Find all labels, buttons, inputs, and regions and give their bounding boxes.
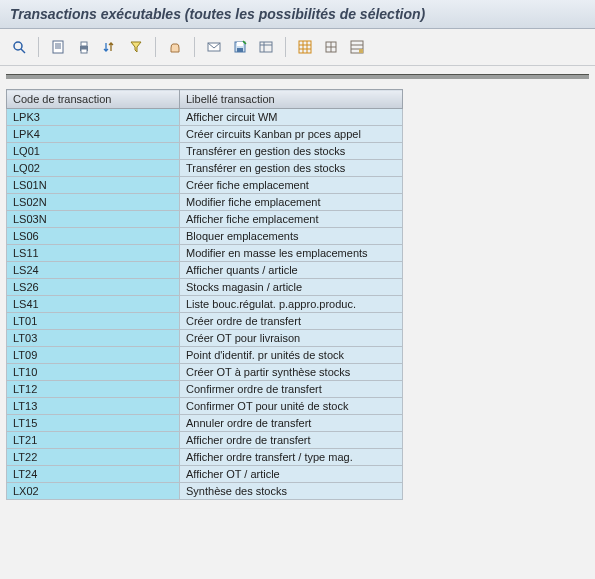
tx-code-cell[interactable]: LT21: [7, 432, 180, 449]
tx-code-cell[interactable]: LS26: [7, 279, 180, 296]
tx-code-cell[interactable]: LQ01: [7, 143, 180, 160]
tx-code-cell[interactable]: LT12: [7, 381, 180, 398]
toolbar-separator: [194, 37, 195, 57]
tx-label-cell[interactable]: Créer OT pour livraison: [180, 330, 403, 347]
tx-label-cell[interactable]: Confirmer OT pour unité de stock: [180, 398, 403, 415]
tx-label-cell[interactable]: Afficher quants / article: [180, 262, 403, 279]
tx-label-cell[interactable]: Afficher circuit WM: [180, 109, 403, 126]
tx-code-cell[interactable]: LS01N: [7, 177, 180, 194]
table-row[interactable]: LS41Liste bouc.régulat. p.appro.produc.: [7, 296, 403, 313]
tx-label-cell[interactable]: Transférer en gestion des stocks: [180, 160, 403, 177]
magnifier-icon: [12, 40, 26, 54]
tx-label-cell[interactable]: Transférer en gestion des stocks: [180, 143, 403, 160]
tx-label-cell[interactable]: Afficher fiche emplacement: [180, 211, 403, 228]
tx-code-cell[interactable]: LS02N: [7, 194, 180, 211]
sheet-icon: [51, 40, 65, 54]
tx-code-cell[interactable]: LS06: [7, 228, 180, 245]
grid-small-button[interactable]: [320, 36, 342, 58]
tx-code-cell[interactable]: LPK4: [7, 126, 180, 143]
table-row[interactable]: LX02Synthèse des stocks: [7, 483, 403, 500]
table-header-row: Code de transaction Libellé transaction: [7, 90, 403, 109]
tx-code-cell[interactable]: LT10: [7, 364, 180, 381]
page-title: Transactions exécutables (toutes les pos…: [10, 6, 585, 22]
tx-code-cell[interactable]: LT13: [7, 398, 180, 415]
divider: [6, 74, 589, 79]
tx-code-cell[interactable]: LQ02: [7, 160, 180, 177]
table-row[interactable]: LT21Afficher ordre de transfert: [7, 432, 403, 449]
tx-label-cell[interactable]: Créer ordre de transfert: [180, 313, 403, 330]
table-row[interactable]: LS06Bloquer emplacements: [7, 228, 403, 245]
tx-label-cell[interactable]: Créer fiche emplacement: [180, 177, 403, 194]
table-row[interactable]: LT10Créer OT à partir synthèse stocks: [7, 364, 403, 381]
svg-rect-7: [81, 42, 87, 46]
tx-code-cell[interactable]: LT24: [7, 466, 180, 483]
select-layout-button[interactable]: [255, 36, 277, 58]
tx-code-cell[interactable]: LPK3: [7, 109, 180, 126]
tx-code-cell[interactable]: LT03: [7, 330, 180, 347]
tx-code-cell[interactable]: LS03N: [7, 211, 180, 228]
table-row[interactable]: LS03NAfficher fiche emplacement: [7, 211, 403, 228]
table-row[interactable]: LT15Annuler ordre de transfert: [7, 415, 403, 432]
print-button[interactable]: [73, 36, 95, 58]
tx-code-cell[interactable]: LT09: [7, 347, 180, 364]
table-row[interactable]: LT03Créer OT pour livraison: [7, 330, 403, 347]
sort-button[interactable]: [99, 36, 121, 58]
export-button[interactable]: [47, 36, 69, 58]
grid-small-icon: [324, 40, 338, 54]
filter-button[interactable]: [125, 36, 147, 58]
tx-label-cell[interactable]: Stocks magasin / article: [180, 279, 403, 296]
svg-rect-12: [237, 48, 243, 52]
toolbar-separator: [38, 37, 39, 57]
tx-label-cell[interactable]: Annuler ordre de transfert: [180, 415, 403, 432]
save-layout-button[interactable]: [229, 36, 251, 58]
tx-code-cell[interactable]: LT01: [7, 313, 180, 330]
grid-totals-icon: [350, 40, 364, 54]
table-row[interactable]: LT24Afficher OT / article: [7, 466, 403, 483]
table-row[interactable]: LPK4Créer circuits Kanban pr pces appel: [7, 126, 403, 143]
tx-label-cell[interactable]: Modifier en masse les emplacements: [180, 245, 403, 262]
grid-button[interactable]: [294, 36, 316, 58]
tx-code-cell[interactable]: LT15: [7, 415, 180, 432]
table-row[interactable]: LQ01Transférer en gestion des stocks: [7, 143, 403, 160]
send-button[interactable]: [164, 36, 186, 58]
printer-icon: [77, 40, 91, 54]
col-header-code[interactable]: Code de transaction: [7, 90, 180, 109]
title-bar: Transactions exécutables (toutes les pos…: [0, 0, 595, 29]
tx-label-cell[interactable]: Créer circuits Kanban pr pces appel: [180, 126, 403, 143]
table-row[interactable]: LS01NCréer fiche emplacement: [7, 177, 403, 194]
table-row[interactable]: LT12Confirmer ordre de transfert: [7, 381, 403, 398]
svg-rect-11: [237, 42, 243, 46]
table-row[interactable]: LQ02Transférer en gestion des stocks: [7, 160, 403, 177]
tx-code-cell[interactable]: LS24: [7, 262, 180, 279]
table-row[interactable]: LT09Point d'identif. pr unités de stock: [7, 347, 403, 364]
svg-point-0: [14, 42, 22, 50]
tx-label-cell[interactable]: Afficher ordre transfert / type mag.: [180, 449, 403, 466]
table-row[interactable]: LT22Afficher ordre transfert / type mag.: [7, 449, 403, 466]
table-row[interactable]: LS26Stocks magasin / article: [7, 279, 403, 296]
details-button[interactable]: [8, 36, 30, 58]
tx-label-cell[interactable]: Bloquer emplacements: [180, 228, 403, 245]
table-row[interactable]: LS11Modifier en masse les emplacements: [7, 245, 403, 262]
work-area: Code de transaction Libellé transaction …: [0, 66, 595, 508]
grid-totals-button[interactable]: [346, 36, 368, 58]
tx-code-cell[interactable]: LS41: [7, 296, 180, 313]
tx-label-cell[interactable]: Synthèse des stocks: [180, 483, 403, 500]
mail-button[interactable]: [203, 36, 225, 58]
table-row[interactable]: LPK3Afficher circuit WM: [7, 109, 403, 126]
tx-label-cell[interactable]: Point d'identif. pr unités de stock: [180, 347, 403, 364]
svg-rect-27: [359, 49, 363, 53]
tx-code-cell[interactable]: LX02: [7, 483, 180, 500]
table-row[interactable]: LT01Créer ordre de transfert: [7, 313, 403, 330]
tx-label-cell[interactable]: Liste bouc.régulat. p.appro.produc.: [180, 296, 403, 313]
tx-code-cell[interactable]: LT22: [7, 449, 180, 466]
table-row[interactable]: LS02NModifier fiche emplacement: [7, 194, 403, 211]
tx-label-cell[interactable]: Confirmer ordre de transfert: [180, 381, 403, 398]
table-row[interactable]: LT13Confirmer OT pour unité de stock: [7, 398, 403, 415]
tx-label-cell[interactable]: Créer OT à partir synthèse stocks: [180, 364, 403, 381]
table-row[interactable]: LS24Afficher quants / article: [7, 262, 403, 279]
tx-label-cell[interactable]: Afficher ordre de transfert: [180, 432, 403, 449]
tx-label-cell[interactable]: Afficher OT / article: [180, 466, 403, 483]
tx-label-cell[interactable]: Modifier fiche emplacement: [180, 194, 403, 211]
col-header-label[interactable]: Libellé transaction: [180, 90, 403, 109]
tx-code-cell[interactable]: LS11: [7, 245, 180, 262]
